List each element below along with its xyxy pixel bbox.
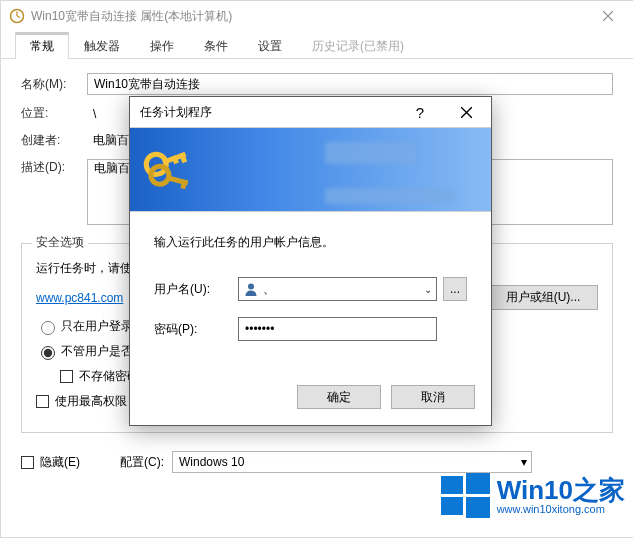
security-legend: 安全选项 xyxy=(32,234,88,251)
help-icon[interactable]: ? xyxy=(397,97,443,127)
tab-label: 设置 xyxy=(258,39,282,53)
name-label: 名称(M): xyxy=(21,76,87,93)
tab-settings[interactable]: 设置 xyxy=(243,32,297,59)
svg-line-2 xyxy=(17,16,20,18)
help-link[interactable]: www.pc841.com xyxy=(36,291,123,305)
change-user-button[interactable]: 用户或组(U)... xyxy=(488,285,598,310)
dialog-buttons: 确定 取消 xyxy=(130,377,491,425)
username-value: 、 xyxy=(263,281,424,298)
tab-label: 常规 xyxy=(30,39,54,53)
password-field[interactable] xyxy=(238,317,437,341)
titlebar: Win10宽带自动连接 属性(本地计算机) xyxy=(1,1,633,31)
config-label: 配置(C): xyxy=(120,454,164,471)
browse-label: ... xyxy=(450,282,460,296)
tab-label: 历史记录(已禁用) xyxy=(312,39,404,53)
banner-blur xyxy=(325,142,417,164)
dialog-titlebar: 任务计划程序 ? xyxy=(130,97,491,127)
close-icon[interactable] xyxy=(443,97,489,127)
checkbox-highest-privileges[interactable] xyxy=(36,395,49,408)
ok-button[interactable]: 确定 xyxy=(297,385,381,409)
tab-strip: 常规 触发器 操作 条件 设置 历史记录(已禁用) xyxy=(1,31,633,59)
location-label: 位置: xyxy=(21,105,87,122)
dialog-banner xyxy=(130,127,491,212)
checkbox-hidden[interactable] xyxy=(21,456,34,469)
config-select[interactable]: Windows 10 ▾ xyxy=(172,451,532,473)
run-as-label: 运行任务时，请使 xyxy=(36,260,132,277)
tab-triggers[interactable]: 触发器 xyxy=(69,32,135,59)
dialog-prompt: 输入运行此任务的用户帐户信息。 xyxy=(154,234,467,251)
person-icon xyxy=(243,281,259,297)
radio-any-user[interactable] xyxy=(41,346,55,360)
tab-actions[interactable]: 操作 xyxy=(135,32,189,59)
chevron-down-icon: ⌄ xyxy=(424,284,432,295)
close-icon[interactable] xyxy=(585,1,631,31)
name-field[interactable] xyxy=(87,73,613,95)
tab-history[interactable]: 历史记录(已禁用) xyxy=(297,32,419,59)
banner-blur xyxy=(325,188,455,204)
credentials-dialog: 任务计划程序 ? 输入运行此任务 xyxy=(129,96,492,426)
username-label: 用户名(U): xyxy=(154,281,238,298)
chevron-down-icon: ▾ xyxy=(521,455,527,469)
svg-point-14 xyxy=(248,284,254,290)
config-value: Windows 10 xyxy=(179,455,244,469)
keys-icon xyxy=(140,140,200,200)
cancel-button[interactable]: 取消 xyxy=(391,385,475,409)
browse-user-button[interactable]: ... xyxy=(443,277,467,301)
password-label: 密码(P): xyxy=(154,321,238,338)
checkbox-no-store-password[interactable] xyxy=(60,370,73,383)
radio-only-logged-on-label: 只在用户登录 xyxy=(61,318,133,335)
dialog-title: 任务计划程序 xyxy=(140,104,397,121)
window-title: Win10宽带自动连接 属性(本地计算机) xyxy=(31,8,585,25)
radio-only-logged-on[interactable] xyxy=(41,321,55,335)
tab-label: 条件 xyxy=(204,39,228,53)
username-select[interactable]: 、 ⌄ xyxy=(238,277,437,301)
description-label: 描述(D): xyxy=(21,159,87,176)
tab-label: 操作 xyxy=(150,39,174,53)
tab-conditions[interactable]: 条件 xyxy=(189,32,243,59)
tab-general[interactable]: 常规 xyxy=(15,32,69,59)
tab-label: 触发器 xyxy=(84,39,120,53)
dialog-body: 输入运行此任务的用户帐户信息。 用户名(U): 、 ⌄ ... 密码(P): xyxy=(130,212,491,377)
checkbox-hidden-label: 隐藏(E) xyxy=(40,454,80,471)
creator-label: 创建者: xyxy=(21,132,87,149)
task-scheduler-icon xyxy=(9,8,25,24)
checkbox-highest-privileges-label: 使用最高权限 xyxy=(55,393,127,410)
